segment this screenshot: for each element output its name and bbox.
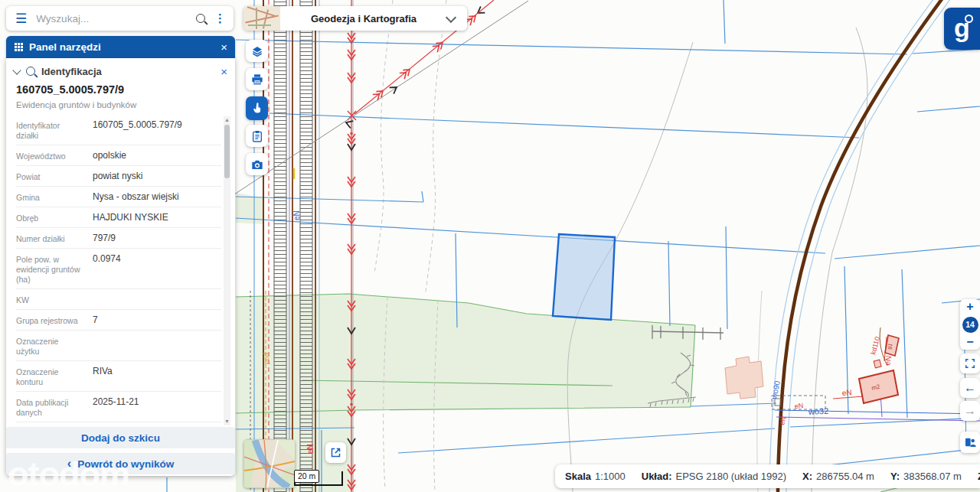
scale-readout: Skala1:1000 bbox=[565, 471, 626, 482]
table-row: Grupa rejestrowa7 bbox=[16, 309, 221, 330]
clipboard-button[interactable] bbox=[246, 125, 268, 147]
selected-parcel[interactable] bbox=[553, 234, 615, 320]
chevron-down-icon[interactable] bbox=[12, 66, 21, 74]
chevron-down-icon[interactable] bbox=[446, 11, 456, 22]
table-row: Informacje o pochodzeniuOrganem odpowied… bbox=[16, 422, 221, 425]
screenshot-button[interactable] bbox=[246, 153, 268, 175]
add-to-sketch-button[interactable]: Dodaj do szkicu bbox=[6, 427, 235, 448]
open-in-new-icon bbox=[330, 447, 341, 458]
pointer-icon bbox=[251, 103, 263, 115]
map-label-eN: eN bbox=[883, 355, 893, 367]
map-label-pod: pod bbox=[263, 353, 270, 364]
layer-composition-selector[interactable]: Geodezja i Kartografia bbox=[243, 6, 467, 31]
tools-panel-title: Panel narzędzi bbox=[29, 41, 213, 53]
layer-composition-title: Geodezja i Kartografia bbox=[280, 13, 447, 24]
table-row: KW bbox=[16, 288, 221, 309]
zoom-out-button[interactable]: − bbox=[966, 337, 973, 347]
back-to-results-button[interactable]: ‹ Powrót do wyników bbox=[6, 453, 235, 474]
search-input[interactable] bbox=[34, 12, 196, 25]
x-coordinate-readout: X:286755.04 m bbox=[802, 471, 874, 482]
close-icon[interactable]: × bbox=[213, 65, 235, 78]
user-profile-button[interactable] bbox=[960, 432, 980, 453]
layers-button[interactable] bbox=[246, 40, 268, 62]
print-button[interactable] bbox=[246, 68, 268, 90]
result-subtitle: Ewidencja gruntów i budynków bbox=[16, 100, 136, 109]
table-row: Numer działki797/9 bbox=[16, 227, 221, 248]
next-view-button[interactable]: → bbox=[960, 401, 980, 421]
more-options-icon[interactable]: ⋮ bbox=[214, 11, 226, 25]
attribute-table: Identyfikator działki160705_5.0005.797/9… bbox=[16, 115, 221, 425]
expand-overview-button[interactable] bbox=[325, 442, 346, 463]
result-title: 160705_5.0005.797/9 bbox=[16, 83, 124, 96]
overview-map[interactable] bbox=[243, 439, 296, 488]
map-label-eN: eN bbox=[306, 444, 315, 454]
table-row: Powiatpowiat nyski bbox=[16, 165, 221, 186]
logo-orbit-icon bbox=[965, 15, 973, 23]
table-row: GminaNysa - obszar wiejski bbox=[16, 186, 221, 207]
tools-panel-header[interactable]: Panel narzędzi × bbox=[6, 36, 235, 58]
map-label-eN: eN bbox=[292, 210, 301, 220]
arrow-right-icon: → bbox=[964, 404, 976, 418]
table-row: Pole pow. w ewidencji gruntów (ha)0.0974 bbox=[16, 248, 221, 288]
zoom-level-badge: 14 bbox=[962, 317, 978, 333]
close-icon[interactable]: × bbox=[213, 41, 235, 54]
table-row: Oznaczenie użytku bbox=[16, 330, 221, 360]
map-composition-thumbnail bbox=[243, 6, 280, 31]
zoom-in-button[interactable]: + bbox=[966, 301, 973, 312]
camera-icon bbox=[251, 158, 263, 171]
menu-icon[interactable]: ☰ bbox=[15, 11, 27, 27]
search-icon[interactable] bbox=[196, 14, 205, 23]
scroll-up-icon[interactable]: ▲ bbox=[224, 116, 230, 124]
status-bar: Skala1:1000 Układ:EPSG 2180 (układ 1992)… bbox=[555, 464, 980, 488]
fullscreen-icon bbox=[965, 358, 975, 369]
person-icon bbox=[964, 436, 976, 448]
identify-section-header[interactable]: Identyfikacja × bbox=[6, 62, 235, 80]
fullscreen-button[interactable] bbox=[960, 354, 980, 373]
table-row: Data publikacji danych2025-11-21 bbox=[16, 391, 221, 422]
identify-title: Identyfikacja bbox=[41, 66, 213, 77]
crs-readout: Układ:EPSG 2180 (układ 1992) bbox=[642, 471, 786, 482]
identify-icon bbox=[26, 67, 35, 76]
geoportal-logo[interactable]: g bbox=[944, 8, 980, 50]
clipboard-icon bbox=[251, 130, 263, 142]
map-label-eN: eN bbox=[841, 388, 852, 397]
apps-grid-icon bbox=[15, 43, 23, 51]
map-label-eN: eN bbox=[794, 402, 803, 410]
map-label-wo32: wo32 bbox=[807, 406, 828, 416]
table-row: Oznaczenie konturuRIVa bbox=[16, 360, 221, 391]
printer-icon bbox=[251, 73, 263, 86]
previous-view-button[interactable]: ← bbox=[960, 378, 980, 398]
scrollbar-thumb[interactable] bbox=[224, 125, 230, 178]
scroll-down-icon[interactable]: ▼ bbox=[224, 418, 230, 425]
table-row: Województwoopolskie bbox=[16, 145, 221, 165]
y-coordinate-readout: Y:383568.07 m bbox=[890, 471, 962, 482]
map-scale-bar: 20 m bbox=[294, 471, 343, 486]
arrow-left-icon: ← bbox=[964, 381, 976, 395]
scrollbar[interactable]: ▲ ▼ bbox=[224, 116, 230, 425]
identify-panel: Identyfikacja × 160705_5.0005.797/9 Ewid… bbox=[6, 58, 235, 476]
scale-bar-label: 20 m bbox=[294, 470, 319, 483]
table-row: ObrębHAJDUKI NYSKIE bbox=[16, 207, 221, 227]
chevron-left-icon: ‹ bbox=[67, 457, 71, 471]
identify-pointer-button[interactable] bbox=[246, 96, 268, 120]
zoom-control: + 14 − bbox=[960, 299, 980, 350]
search-bar: ☰ ⋮ bbox=[6, 6, 234, 31]
layers-icon bbox=[251, 45, 263, 57]
table-row: Identyfikator działki160705_5.0005.797/9 bbox=[16, 115, 221, 145]
